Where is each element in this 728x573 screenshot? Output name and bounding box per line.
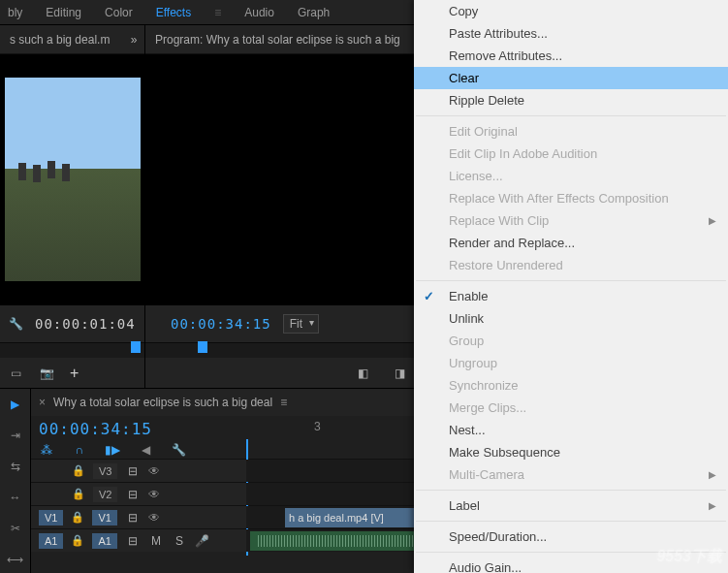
context-menu-item-label[interactable]: Label▶ <box>414 494 728 517</box>
solo-icon[interactable]: S <box>172 533 187 549</box>
mute-icon[interactable]: M <box>148 533 164 549</box>
rate-stretch-icon[interactable]: ↔ <box>8 490 23 505</box>
context-menu-item-group: Group <box>414 330 728 352</box>
toggle-output-icon[interactable]: ⊟ <box>125 487 141 502</box>
camera-icon[interactable]: 📷 <box>39 366 54 381</box>
source-playhead[interactable] <box>131 341 141 353</box>
menu-effects[interactable]: Effects <box>156 6 191 19</box>
mark-out-icon[interactable]: ◨ <box>393 366 408 381</box>
track-label-v2[interactable]: V2 <box>93 487 117 502</box>
chevron-right-icon: ▶ <box>709 469 716 480</box>
add-icon[interactable]: + <box>70 365 79 382</box>
context-menu-label: License... <box>449 169 503 183</box>
source-tab[interactable]: s such a big deal.m <box>0 25 119 54</box>
lock-icon[interactable]: 🔒 <box>71 534 84 547</box>
source-ruler[interactable] <box>0 342 144 358</box>
menu-audio[interactable]: Audio <box>244 6 274 19</box>
track-label-v3[interactable]: V3 <box>93 463 117 479</box>
lock-icon[interactable]: 🔒 <box>72 488 85 500</box>
context-menu-separator <box>416 280 726 281</box>
context-menu-label: Group <box>449 334 484 348</box>
lock-icon[interactable]: 🔒 <box>72 464 85 477</box>
program-tab[interactable]: Program: Why a total solar eclipse is su… <box>145 25 410 54</box>
context-menu-label: Replace With Clip <box>449 213 549 228</box>
lock-icon[interactable]: 🔒 <box>71 511 84 524</box>
menu-graphics[interactable]: Graph <box>298 6 330 19</box>
eye-icon[interactable]: 👁 <box>148 488 160 501</box>
menu-color[interactable]: Color <box>105 6 133 19</box>
toggle-output-icon[interactable]: ⊟ <box>125 463 141 479</box>
source-tab-strip: s such a big deal.m » <box>0 25 144 54</box>
context-menu-separator <box>416 490 726 491</box>
context-menu-label: Copy <box>449 4 478 18</box>
timeline-menu-icon[interactable]: ≡ <box>280 396 287 409</box>
context-menu-separator <box>416 521 726 522</box>
timeline-timecode[interactable]: 00:00:34:15 <box>39 420 238 438</box>
context-menu-item-restore-unrendered: Restore Unrendered <box>414 254 728 276</box>
linked-selection-icon[interactable]: ∩ <box>72 442 87 458</box>
context-menu-label: Restore Unrendered <box>449 258 563 272</box>
context-menu-item-paste-attributes[interactable]: Paste Attributes... <box>414 22 728 45</box>
context-menu-label: Enable <box>449 289 488 303</box>
context-menu-label: Edit Original <box>449 124 518 139</box>
context-menu-item-remove-attributes[interactable]: Remove Attributes... <box>414 45 728 67</box>
wrench-icon[interactable]: 🔧 <box>8 316 23 332</box>
source-patch-v1[interactable]: V1 <box>39 510 63 525</box>
context-menu-item-copy[interactable]: Copy <box>414 0 728 22</box>
context-menu-label: Ungroup <box>449 356 497 370</box>
track-target-v1[interactable]: V1 <box>92 510 116 525</box>
source-tab-label: s such a big deal.m <box>10 33 110 47</box>
program-timecode[interactable]: 00:00:34:15 <box>171 316 271 332</box>
toggle-output-icon[interactable]: ⊟ <box>125 510 141 525</box>
razor-icon[interactable]: ✂ <box>8 521 23 536</box>
marker-add-icon[interactable]: ▮▶ <box>105 442 120 458</box>
video-clip[interactable]: h a big deal.mp4 [V] <box>285 508 421 527</box>
slip-icon[interactable]: ⟷ <box>8 552 23 567</box>
context-menu-label: Clear <box>449 71 479 85</box>
ripple-edit-icon[interactable]: ⇆ <box>8 459 23 474</box>
marker-list-icon[interactable]: ▭ <box>8 366 23 381</box>
snap-icon[interactable]: ⁂ <box>39 442 54 458</box>
close-icon[interactable]: × <box>39 396 46 409</box>
context-menu: CopyPaste Attributes...Remove Attributes… <box>414 0 728 573</box>
mark-in-icon[interactable]: ◧ <box>356 366 371 381</box>
source-controls: 🔧 00:00:01:04 ▭ 📷 + <box>0 304 144 388</box>
menu-assembly[interactable]: bly <box>8 6 22 19</box>
context-menu-label: Multi-Camera <box>449 467 524 482</box>
context-menu-label: Remove Attributes... <box>449 48 562 63</box>
context-menu-label: Audio Gain... <box>449 560 522 573</box>
context-menu-item-clear[interactable]: Clear <box>414 67 728 89</box>
toggle-output-icon[interactable]: ⊟ <box>125 533 141 549</box>
program-playhead[interactable] <box>198 341 207 353</box>
source-patch-a1[interactable]: A1 <box>39 533 63 549</box>
settings-icon[interactable]: ◀ <box>138 442 153 458</box>
ruler-mark: 3 <box>314 420 321 433</box>
context-menu-item-make-subsequence[interactable]: Make Subsequence <box>414 441 728 463</box>
context-menu-label: Replace With After Effects Composition <box>449 191 669 206</box>
context-menu-item-speed-duration[interactable]: Speed/Duration... <box>414 525 728 548</box>
context-menu-item-ripple-delete[interactable]: Ripple Delete <box>414 89 728 111</box>
track-target-a1[interactable]: A1 <box>92 533 116 549</box>
context-menu-label: Nest... <box>449 423 486 437</box>
fit-dropdown[interactable]: Fit <box>283 314 319 334</box>
source-viewer[interactable] <box>0 54 144 304</box>
timeline-toolbar: ▶ ⇥ ⇆ ↔ ✂ ⟷ <box>0 389 31 573</box>
voiceover-icon[interactable]: 🎤 <box>195 533 210 549</box>
context-menu-label: Speed/Duration... <box>449 529 547 544</box>
panel-menu-icon[interactable]: » <box>129 32 144 48</box>
wrench-icon[interactable]: 🔧 <box>171 442 186 458</box>
eye-icon[interactable]: 👁 <box>148 511 160 525</box>
context-menu-item-unlink[interactable]: Unlink <box>414 307 728 330</box>
context-menu-label: Merge Clips... <box>449 400 526 415</box>
watermark: 9553下载 <box>656 547 722 567</box>
eye-icon[interactable]: 👁 <box>148 464 160 478</box>
source-timecode[interactable]: 00:00:01:04 <box>35 316 136 332</box>
track-select-icon[interactable]: ⇥ <box>8 428 23 443</box>
selection-tool-icon[interactable]: ▶ <box>8 397 23 412</box>
menu-editing[interactable]: Editing <box>46 6 81 19</box>
context-menu-item-enable[interactable]: ✓Enable <box>414 285 728 307</box>
source-panel: s such a big deal.m » 🔧 00:00:01:04 ▭ 📷 … <box>0 25 145 388</box>
context-menu-item-replace-with-after-effects-composition: Replace With After Effects Composition <box>414 187 728 209</box>
context-menu-item-render-and-replace[interactable]: Render and Replace... <box>414 232 728 254</box>
context-menu-item-nest[interactable]: Nest... <box>414 419 728 441</box>
